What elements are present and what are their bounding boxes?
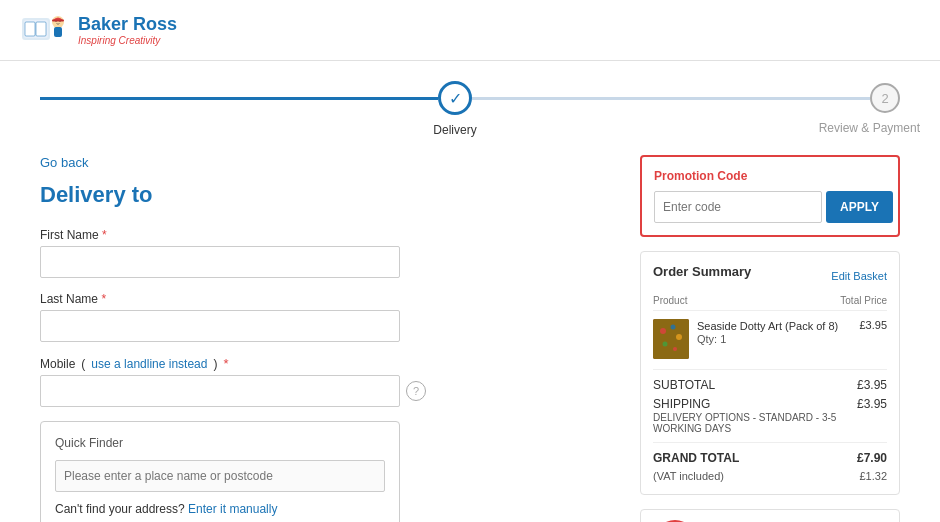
delivery-title: Delivery to xyxy=(40,182,620,208)
col-total-header: Total Price xyxy=(840,295,887,306)
step2-wrapper: 2 Review & Payment xyxy=(870,83,900,113)
svg-point-11 xyxy=(671,325,676,330)
mobile-required: * xyxy=(223,356,228,371)
edit-basket-link[interactable]: Edit Basket xyxy=(831,270,887,282)
first-name-required: * xyxy=(102,228,107,242)
last-name-label: Last Name * xyxy=(40,292,620,306)
help-icon[interactable]: ? xyxy=(406,381,426,401)
enter-manually-link[interactable]: Enter it manually xyxy=(188,502,277,516)
last-name-required: * xyxy=(101,292,106,306)
grand-total-value: £7.90 xyxy=(857,451,887,465)
step2-circle: 2 xyxy=(870,83,900,113)
subtotal-label: SUBTOTAL xyxy=(653,378,715,392)
grand-total-row: GRAND TOTAL £7.90 xyxy=(653,451,887,465)
step1-circle: ✓ xyxy=(438,81,472,115)
step2-number: 2 xyxy=(881,91,888,106)
promo-box: Promotion Code APPLY xyxy=(640,155,900,237)
mobile-input[interactable] xyxy=(40,375,400,407)
step2-label: Review & Payment xyxy=(819,121,920,135)
shipping-row: SHIPPING £3.95 xyxy=(653,397,887,411)
vat-row: (VAT included) £1.32 xyxy=(653,470,887,482)
divider1 xyxy=(653,369,887,370)
product-qty: Qty: 1 xyxy=(697,333,851,345)
last-name-input[interactable] xyxy=(40,310,400,342)
mobile-paren-open: ( xyxy=(81,357,85,371)
step1-checkmark: ✓ xyxy=(449,89,462,108)
mobile-landline-link[interactable]: use a landline instead xyxy=(91,357,207,371)
logo-area: Baker Ross Inspiring Creativity xyxy=(20,10,177,50)
product-info: Seaside Dotty Art (Pack of 8) Qty: 1 xyxy=(697,319,851,359)
guarantee-box: 100% Our No Quibble Guarantee All our pr… xyxy=(640,509,900,522)
product-thumb xyxy=(653,319,689,359)
col-headers: Product Total Price xyxy=(653,295,887,311)
svg-rect-2 xyxy=(25,22,35,36)
logo-icon xyxy=(20,10,70,50)
promo-input-row: APPLY xyxy=(654,191,886,223)
first-name-label: First Name * xyxy=(40,228,620,242)
order-summary-title: Order Summary xyxy=(653,264,751,279)
mobile-label: Mobile xyxy=(40,357,75,371)
promo-label: Promotion Code xyxy=(654,169,886,183)
svg-rect-7 xyxy=(52,20,64,22)
last-name-group: Last Name * xyxy=(40,292,620,342)
mobile-input-row: ? xyxy=(40,375,620,407)
subtotal-value: £3.95 xyxy=(857,378,887,392)
quick-finder-label: Quick Finder xyxy=(55,436,385,450)
progress-section: ✓ Delivery 2 Review & Payment xyxy=(0,61,940,125)
mobile-paren-close: ) xyxy=(213,357,217,371)
grand-total-label: GRAND TOTAL xyxy=(653,451,739,465)
progress-line-right xyxy=(472,97,870,100)
mobile-group: Mobile ( use a landline instead ) * ? xyxy=(40,356,620,407)
quick-finder-input[interactable] xyxy=(55,460,385,492)
go-back-link[interactable]: Go back xyxy=(40,155,88,170)
order-summary-header: Order Summary Edit Basket xyxy=(653,264,887,287)
logo-text: Baker Ross Inspiring Creativity xyxy=(78,14,177,46)
progress-bar-container: ✓ Delivery 2 Review & Payment xyxy=(40,81,900,115)
product-price: £3.95 xyxy=(859,319,887,359)
cant-find-text: Can't find your address? Enter it manual… xyxy=(55,502,385,516)
svg-point-12 xyxy=(676,334,682,340)
header: Baker Ross Inspiring Creativity xyxy=(0,0,940,61)
svg-point-13 xyxy=(663,342,668,347)
svg-rect-8 xyxy=(54,27,62,37)
step1-label: Delivery xyxy=(433,123,476,137)
left-col: Go back Delivery to First Name * Last Na… xyxy=(40,155,620,522)
vat-label: (VAT included) xyxy=(653,470,724,482)
first-name-input[interactable] xyxy=(40,246,400,278)
shipping-desc: DELIVERY OPTIONS - STANDARD - 3-5 WORKIN… xyxy=(653,412,887,434)
shipping-label: SHIPPING xyxy=(653,397,710,411)
promo-input[interactable] xyxy=(654,191,822,223)
right-col: Promotion Code APPLY Order Summary Edit … xyxy=(640,155,900,522)
svg-rect-9 xyxy=(653,319,689,359)
col-product-header: Product xyxy=(653,295,687,306)
shipping-value: £3.95 xyxy=(857,397,887,411)
main-content: Go back Delivery to First Name * Last Na… xyxy=(0,125,940,522)
svg-point-14 xyxy=(673,347,677,351)
logo-tagline: Inspiring Creativity xyxy=(78,35,177,46)
svg-point-10 xyxy=(660,328,666,334)
apply-button[interactable]: APPLY xyxy=(826,191,893,223)
svg-rect-3 xyxy=(36,22,46,36)
subtotal-row: SUBTOTAL £3.95 xyxy=(653,378,887,392)
order-summary-box: Order Summary Edit Basket Product Total … xyxy=(640,251,900,495)
mobile-label-row: Mobile ( use a landline instead ) * xyxy=(40,356,620,371)
divider2 xyxy=(653,442,887,443)
vat-value: £1.32 xyxy=(859,470,887,482)
product-row: Seaside Dotty Art (Pack of 8) Qty: 1 £3.… xyxy=(653,319,887,359)
quick-finder-box: Quick Finder Can't find your address? En… xyxy=(40,421,400,522)
first-name-group: First Name * xyxy=(40,228,620,278)
logo-name: Baker Ross xyxy=(78,14,177,35)
product-name: Seaside Dotty Art (Pack of 8) xyxy=(697,319,851,333)
progress-line-left xyxy=(40,97,438,100)
step1-wrapper: ✓ Delivery xyxy=(438,81,472,115)
